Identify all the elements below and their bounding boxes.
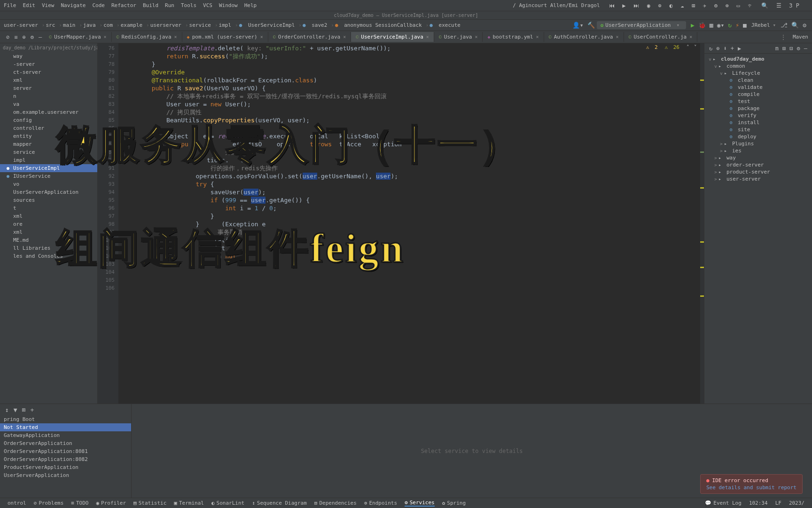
- menu-item[interactable]: VCS: [203, 2, 212, 8]
- project-tree-item[interactable]: service: [0, 148, 97, 156]
- editor-tab[interactable]: ◈bootstrap.yml×: [483, 32, 544, 42]
- project-tree-item[interactable]: ore: [0, 220, 97, 228]
- stop-icon[interactable]: ■: [743, 22, 747, 29]
- close-tab-icon[interactable]: ×: [616, 34, 618, 40]
- menu-item[interactable]: Refactor: [111, 2, 136, 8]
- maven-tree-item[interactable]: ⚙test: [704, 98, 812, 105]
- settings-icon[interactable]: ⚙: [31, 34, 34, 40]
- editor-tab[interactable]: ©AuthController.java×: [544, 32, 624, 42]
- statusbar-tool[interactable]: ⊘Problems: [34, 500, 64, 506]
- close-tab-icon[interactable]: ×: [343, 34, 346, 40]
- close-tab-icon[interactable]: ×: [689, 34, 692, 40]
- project-tree-item[interactable]: t: [0, 204, 97, 212]
- collapse-icon[interactable]: ⊟: [789, 45, 793, 52]
- project-tree-item[interactable]: ll Libraries: [0, 244, 97, 252]
- maven-tree-item[interactable]: >▸ ies: [704, 147, 812, 154]
- control-icon[interactable]: ☰: [776, 2, 781, 9]
- editor-tab[interactable]: ©OrderController.java×: [268, 32, 351, 42]
- tray-icon[interactable]: ◉: [647, 2, 650, 9]
- breadcrumb-item[interactable]: main: [63, 22, 76, 28]
- project-tree-item[interactable]: controller: [0, 124, 97, 132]
- select-icon[interactable]: ⊕: [22, 34, 25, 40]
- project-tree-item[interactable]: impl: [0, 156, 97, 164]
- maven-tree-item[interactable]: ⚙validate: [704, 84, 812, 91]
- generate-icon[interactable]: ⊕: [716, 45, 719, 52]
- statusbar-tool[interactable]: ▤Statistic: [133, 500, 166, 506]
- statusbar-tool[interactable]: ≡TODO: [71, 500, 88, 506]
- up-icon[interactable]: ˄: [687, 44, 689, 50]
- battery-icon[interactable]: ▭: [737, 2, 740, 9]
- settings-icon[interactable]: ⚙: [797, 45, 800, 52]
- profile-icon[interactable]: ◉▾: [717, 22, 725, 29]
- project-tree-item[interactable]: ●UserServiceImpl: [0, 164, 97, 172]
- editor-tab[interactable]: ◆pom.xml (user-server)×: [182, 32, 268, 42]
- editor-tab[interactable]: ©UserServiceImpl.java×: [351, 32, 434, 42]
- statusbar-tool[interactable]: ✿Spring: [442, 500, 466, 506]
- project-tree-item[interactable]: om.example.userserver: [0, 108, 97, 116]
- maven-tree-item[interactable]: ⚙install: [704, 119, 812, 126]
- close-tab-icon[interactable]: ×: [104, 34, 107, 40]
- service-item[interactable]: OrderServerApplication:8082: [0, 455, 131, 463]
- search-icon[interactable]: 🔍: [791, 22, 799, 29]
- project-root[interactable]: day_demo /Library/project/study/java/clo…: [0, 43, 97, 52]
- statusbar-tool[interactable]: ↕Sequence Diagram: [252, 500, 307, 506]
- statusbar-tool[interactable]: ⊞Dependencies: [314, 500, 357, 506]
- maven-tree-item[interactable]: >▸ way: [704, 154, 812, 161]
- service-item[interactable]: OrderServerApplication: [0, 439, 131, 447]
- tray-icon[interactable]: ✈: [703, 2, 706, 9]
- editor-tab[interactable]: ©UserMapper.java×: [44, 32, 111, 42]
- project-tree-item[interactable]: n: [0, 92, 97, 100]
- project-tree-item[interactable]: xml: [0, 228, 97, 236]
- collapse-icon[interactable]: ⊘: [6, 34, 9, 40]
- breadcrumb-item[interactable]: ● UserServiceImpl: [239, 22, 295, 28]
- breadcrumb-item[interactable]: impl: [219, 22, 232, 28]
- settings-icon[interactable]: ⚙: [803, 22, 806, 29]
- tray-icon[interactable]: ⊞: [692, 2, 695, 9]
- breadcrumb-item[interactable]: ● anonymous SessionCallback: [335, 22, 422, 28]
- maven-tree-item[interactable]: ⚙compile: [704, 91, 812, 98]
- project-tree-item[interactable]: xml: [0, 212, 97, 220]
- project-tree-item[interactable]: UserServerApplication: [0, 188, 97, 196]
- next-icon[interactable]: ⏭: [633, 2, 639, 9]
- statusbar-tool[interactable]: ⊕Endpoints: [364, 500, 397, 506]
- breadcrumb-item[interactable]: java: [83, 22, 96, 28]
- project-tree-item[interactable]: ct-server: [0, 68, 97, 76]
- expand-icon[interactable]: ≡: [14, 34, 17, 40]
- service-item[interactable]: GatewayApplication: [0, 431, 131, 439]
- hint-count[interactable]: ⚠ 26: [665, 44, 682, 50]
- group-icon[interactable]: ⊞: [22, 406, 26, 413]
- statusbar-tool[interactable]: ▣Terminal: [174, 500, 204, 506]
- project-tree-item[interactable]: ME.md: [0, 236, 97, 244]
- hammer-icon[interactable]: 🔨: [587, 22, 595, 29]
- expand-icon[interactable]: ↕: [5, 406, 9, 413]
- tray-icon[interactable]: ☁: [680, 2, 684, 9]
- error-details-link[interactable]: See details and submit report: [706, 484, 796, 491]
- breadcrumb-item[interactable]: user-server: [4, 22, 38, 28]
- wifi-icon[interactable]: ⊚: [726, 2, 729, 9]
- menu-item[interactable]: Code: [92, 2, 105, 8]
- breadcrumb-item[interactable]: userserver: [150, 22, 181, 28]
- maven-tree-item[interactable]: >▸Plugins: [704, 140, 812, 147]
- close-tab-icon[interactable]: ×: [475, 34, 477, 40]
- maven-tool-label[interactable]: Maven: [793, 34, 808, 40]
- project-tree-item[interactable]: way: [0, 52, 97, 60]
- project-tree-item[interactable]: vo: [0, 180, 97, 188]
- maven-tree-item[interactable]: >▸user-server: [704, 175, 812, 183]
- more-tabs-icon[interactable]: ⋮: [781, 34, 786, 40]
- code-area[interactable]: redisTemplate.delete( key: "userInfo:" +…: [118, 43, 700, 404]
- run-icon[interactable]: ▶: [738, 45, 741, 52]
- close-tab-icon[interactable]: ×: [174, 34, 177, 40]
- event-log[interactable]: 💬Event Log: [705, 500, 742, 506]
- breadcrumb-item[interactable]: ● execute: [429, 22, 461, 28]
- line-ending[interactable]: LF: [775, 500, 781, 506]
- statusbar-tool[interactable]: ◉Profiler: [96, 500, 126, 506]
- maven-tree-item[interactable]: >▸order-server: [704, 161, 812, 168]
- prev-icon[interactable]: ⏮: [609, 2, 615, 9]
- minimize-icon[interactable]: —: [804, 45, 807, 52]
- coverage-icon[interactable]: ▦: [710, 22, 713, 29]
- cursor-position[interactable]: 102:34: [749, 500, 768, 506]
- maven-tree-item[interactable]: ⚙package: [704, 105, 812, 112]
- jrebel-label[interactable]: JRebel: [751, 22, 770, 28]
- project-tree-item[interactable]: va: [0, 100, 97, 108]
- reload-icon[interactable]: ↻: [709, 45, 712, 52]
